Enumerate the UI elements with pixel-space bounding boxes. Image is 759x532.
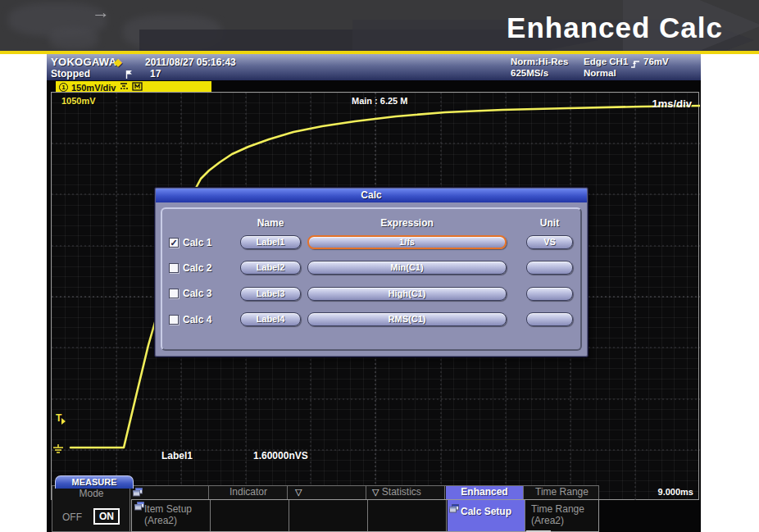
- calc1-expression-field[interactable]: 1/fs: [307, 235, 507, 249]
- calc2-expression-field[interactable]: Min(C1): [307, 261, 507, 275]
- menu-indicator-cell[interactable]: Indicator: [210, 486, 288, 499]
- column-header-unit: Unit: [526, 217, 573, 229]
- calc4-expression-field[interactable]: RMS(C1): [307, 312, 507, 326]
- brand-logo: YOKOGAWA: [51, 56, 116, 68]
- triangle-down-icon: ▽: [372, 487, 379, 497]
- soft-menu-subpanel: Item Setup(Area2) Calc Setup Time Range(…: [131, 499, 599, 532]
- mode-label: Mode: [52, 488, 130, 499]
- empty-soft-key[interactable]: [211, 500, 289, 531]
- window-icon: [449, 504, 459, 516]
- statistics-label: Statistics: [382, 486, 421, 498]
- measure-menu-tab[interactable]: MEASURE: [55, 475, 134, 489]
- trigger-count: 17: [150, 68, 161, 80]
- measure-result-value: 1.60000nVS: [253, 450, 308, 462]
- channel-number-icon: 1: [59, 83, 68, 92]
- top-voltage-label: 1050mV: [61, 96, 96, 106]
- oscilloscope-screen: YOKOGAWA ◆ 2011/08/27 05:16:43 Stopped 1…: [47, 54, 701, 532]
- column-header-name: Name: [240, 217, 301, 229]
- calc3-label: Calc 3: [183, 288, 211, 299]
- calc-dialog-panel: [161, 207, 582, 351]
- record-length-label: Main : 6.25 M: [352, 96, 407, 106]
- menu-mode-cell[interactable]: Mode OFF ON: [52, 486, 130, 531]
- calc2-unit-button[interactable]: [526, 261, 573, 275]
- calc1-name-button[interactable]: Label1: [240, 235, 301, 249]
- brand-diamond-icon: ◆: [114, 56, 122, 68]
- trigger-level-label: 76mV: [643, 57, 669, 66]
- menu-time-range-top-cell[interactable]: Time Range: [525, 486, 599, 499]
- window-icon: [134, 502, 144, 513]
- empty-soft-key[interactable]: [290, 500, 368, 531]
- banner: → Enhanced Calc: [0, 0, 759, 51]
- sample-rate-label: 625MS/s: [511, 68, 548, 78]
- trigger-source-label: Edge CH1: [584, 57, 628, 66]
- channel-scale-label: 150mV/div: [71, 83, 116, 93]
- column-header-expression: Expression: [307, 217, 507, 229]
- calc2-label: Calc 2: [183, 262, 211, 274]
- calc1-checkbox[interactable]: ✓: [169, 238, 179, 248]
- empty-soft-key[interactable]: [369, 500, 447, 531]
- mode-off-option[interactable]: OFF: [62, 512, 82, 523]
- mode-on-option[interactable]: ON: [93, 508, 120, 525]
- timebase-label: 1ms/div: [652, 98, 692, 110]
- trigger-mode-label: Normal: [584, 68, 616, 78]
- scope-status-bar: YOKOGAWA ◆ 2011/08/27 05:16:43 Stopped 1…: [47, 54, 701, 80]
- window-icon: [133, 488, 143, 499]
- measure-result-name: Label1: [161, 450, 193, 462]
- triangle-down-icon: ▽: [295, 487, 302, 497]
- calc-dialog-titlebar: Calc: [156, 189, 587, 202]
- rising-edge-icon: [630, 57, 640, 72]
- time-right-label: 9.000ms: [658, 487, 693, 497]
- calc3-checkbox[interactable]: [169, 289, 179, 298]
- calc4-checkbox[interactable]: [169, 315, 179, 325]
- banner-title: Enhanced Calc: [507, 11, 723, 44]
- time-range-button[interactable]: Time Range(Area2): [526, 500, 599, 531]
- trigger-level-marker-icon[interactable]: T: [56, 412, 61, 424]
- menu-enhanced-cell[interactable]: Enhanced: [446, 486, 524, 499]
- acquisition-status: Stopped: [51, 68, 90, 80]
- small-arrow-icon: →: [92, 2, 110, 23]
- calc4-unit-button[interactable]: [526, 312, 573, 326]
- calc4-label: Calc 4: [183, 314, 211, 325]
- acq-mode-label: Norm:Hi-Res: [511, 57, 568, 66]
- calc-setup-button[interactable]: Calc Setup: [448, 500, 525, 531]
- world-map-graphic: [49, 28, 98, 49]
- calc2-name-button[interactable]: Label2: [240, 261, 301, 275]
- menu-triangle-cell[interactable]: ▽: [289, 486, 366, 499]
- datetime-label: 2011/08/27 05:16:43: [145, 57, 236, 68]
- calc-dialog: Calc Name Expression Unit ✓ Calc 1 Label…: [154, 187, 589, 357]
- page: → Enhanced Calc YOKOGAWA ◆ 2011/08/27 05…: [0, 0, 759, 532]
- item-setup-button[interactable]: Item Setup(Area2): [132, 500, 211, 531]
- calc4-name-button[interactable]: Label4: [240, 312, 301, 326]
- calc3-name-button[interactable]: Label3: [240, 287, 301, 301]
- menu-statistics-cell[interactable]: ▽ Statistics: [367, 486, 445, 499]
- calc3-unit-button[interactable]: [526, 287, 573, 301]
- calc1-unit-button[interactable]: VS: [526, 235, 573, 249]
- soft-menu-bar: Mode OFF ON Indicator ▽ ▽ Statistics Enh…: [52, 485, 599, 532]
- calc2-checkbox[interactable]: [169, 263, 179, 273]
- calc3-expression-field[interactable]: High(C1): [307, 287, 507, 301]
- calc1-label: Calc 1: [183, 237, 211, 248]
- menu-item-setup-top-cell[interactable]: [130, 486, 209, 499]
